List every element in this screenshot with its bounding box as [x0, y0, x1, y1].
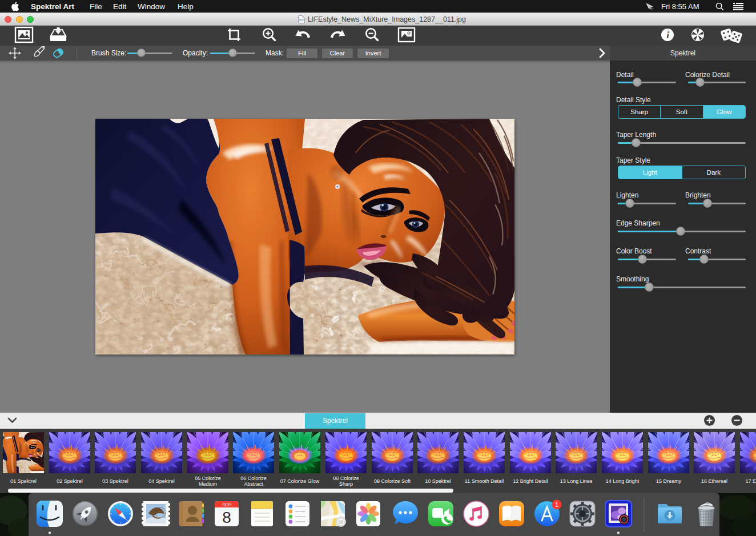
- svg-text:8: 8: [222, 509, 231, 526]
- svg-text:1: 1: [555, 501, 558, 508]
- svg-text:SEP: SEP: [222, 502, 231, 507]
- svg-text:i: i: [666, 30, 669, 41]
- svg-text:3D: 3D: [339, 520, 344, 524]
